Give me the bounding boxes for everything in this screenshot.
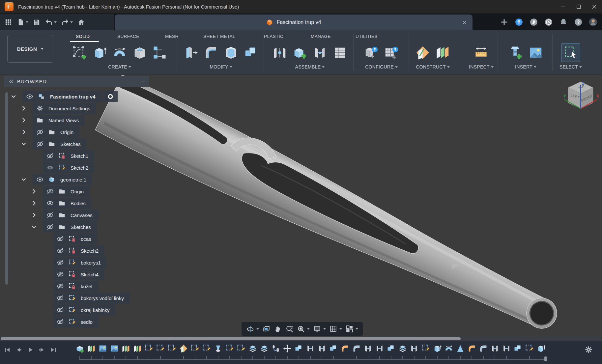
chevron-down-icon[interactable] [323,328,326,330]
timeline-feature-joint-icon[interactable] [375,344,384,353]
timeline-feature-sketch-icon[interactable] [237,344,246,353]
browser-row-okraj-kabinky[interactable]: okraj kabinky [0,304,116,316]
playback-go-end-button[interactable] [49,345,58,354]
display-icon[interactable] [313,325,321,333]
bom-table-button[interactable] [330,43,350,62]
timeline-feature-split-icon[interactable] [260,344,269,353]
timeline-feature-sketch-icon[interactable] [190,344,200,353]
browser-row-sketches[interactable]: Sketches [0,221,97,233]
orbit-tool[interactable] [246,325,259,333]
visibility-eye-off-icon[interactable] [34,126,46,138]
browser-scrollbar[interactable] [5,92,8,285]
browser-item[interactable]: ocas [53,233,97,244]
look-at-tool[interactable] [262,325,271,333]
browser-row-document-settings[interactable]: Document Settings [0,103,96,114]
chevron-down-icon[interactable] [19,138,29,150]
plane-at-angle-button[interactable] [413,43,432,62]
chevron-right-icon[interactable] [19,115,29,126]
timeline-feature-sketch-icon[interactable] [525,344,534,353]
group-label-modify[interactable]: MODIFY [210,64,232,70]
browser-item[interactable]: Sketch2 [43,162,94,173]
browser-item[interactable]: kužel [53,281,98,292]
visibility-eye-off-icon[interactable] [54,245,66,256]
viewport-hscrollbar-handle[interactable] [1,337,461,340]
maximize-button[interactable] [571,0,587,13]
document-tab-close-icon[interactable] [461,19,468,26]
fit-tool[interactable] [297,325,310,333]
look-at-icon[interactable] [262,325,271,333]
chevron-down-icon[interactable] [356,328,358,330]
browser-item[interactable]: bokorys1 [53,257,107,268]
offset-plane-button[interactable] [433,43,452,62]
chevron-down-icon[interactable] [339,328,342,330]
visibility-eye-off-icon[interactable] [54,316,66,327]
add-tab-icon[interactable] [500,18,508,26]
visibility-eye-off-icon[interactable] [54,257,66,268]
job-status-icon[interactable] [515,18,523,26]
chevron-down-icon[interactable] [19,174,29,185]
chevron-down-icon[interactable] [256,328,259,330]
browser-item[interactable]: Named Views [33,115,85,126]
display-tool[interactable] [313,325,326,333]
visibility-eye-off-icon[interactable] [54,304,66,316]
insert-fastener-button[interactable] [506,43,525,62]
browser-panel-header[interactable]: BROWSER [4,76,149,87]
visibility-eye-off-icon[interactable] [34,138,46,150]
visibility-eye-icon[interactable] [24,91,36,102]
browser-item[interactable]: Fascination trup v4 [22,91,101,102]
timeline-feature-combine-icon[interactable] [294,344,303,353]
group-label-insert[interactable]: INSERT [515,64,536,70]
browser-item[interactable]: Sketch1 [43,150,94,161]
browser-item[interactable]: Document Settings [33,103,96,114]
minimize-button[interactable] [556,0,571,13]
minimize-panel-icon[interactable] [140,78,146,84]
browser-row-bokorys1[interactable]: bokorys1 [0,257,107,268]
browser-item[interactable]: Bodies [43,198,92,209]
browser-row-sketch4[interactable]: Sketch4 [0,269,104,280]
timeline-feature-combine-icon[interactable] [513,344,523,353]
browser-row-sketch2[interactable]: Sketch2 [0,245,104,256]
chevron-right-icon[interactable] [29,210,39,221]
visibility-eye-off-icon[interactable] [54,281,66,292]
browser-item[interactable]: Origin [43,186,90,197]
visibility-eye-icon[interactable] [44,198,56,209]
viewport-hscrollbar-track[interactable] [0,337,602,341]
timeline-feature-extrude-icon[interactable] [536,344,546,353]
timeline-feature-combine-icon[interactable] [329,344,338,353]
configuration-table-button[interactable] [382,43,401,62]
user-avatar[interactable] [589,18,597,26]
browser-item[interactable]: ⚓geometrie:1 [33,174,92,185]
browser-row-canvases[interactable]: Canvases [0,210,99,221]
browser-row-ocas[interactable]: ocas [0,233,97,244]
browser-row-sketches[interactable]: Sketches [0,138,87,150]
timeline-feature-plane-angle-icon[interactable] [179,344,188,353]
ribbon-tab-sheet-metal[interactable]: SHEET METAL [203,32,235,40]
joint-button[interactable] [310,43,330,62]
group-label-construct[interactable]: CONSTRUCT [416,64,450,70]
timeline-feature-extrude-icon[interactable] [433,344,442,353]
playback-go-start-button[interactable] [3,345,12,354]
browser-row-geometrie-1[interactable]: ⚓geometrie:1 [0,174,92,185]
ribbon-tab-plastic[interactable]: PLASTIC [264,32,283,40]
browser-row-sketch1[interactable]: Sketch1 [0,150,94,161]
grid-tool[interactable] [329,325,342,333]
viewports-icon[interactable] [345,325,354,333]
timeline-feature-fillet-grey-icon[interactable] [479,344,488,353]
joint-origin-button[interactable] [270,43,289,62]
visibility-eye-off-icon[interactable] [44,210,56,221]
insert-canvas-button[interactable] [526,43,545,62]
timeline-feature-fillet-orange-icon[interactable] [340,344,350,353]
timeline-position-marker[interactable] [544,356,547,361]
chevron-right-icon[interactable] [19,103,29,114]
select-window-button[interactable] [561,43,580,62]
combine-button[interactable] [242,43,261,62]
visibility-eye-off-icon[interactable] [44,186,56,197]
timeline-feature-pipe-icon[interactable] [271,344,280,353]
timeline-feature-loft-icon[interactable] [214,344,223,353]
timeline-feature-split-icon[interactable] [248,344,257,353]
browser-item[interactable]: Sketches [43,221,97,233]
activate-component-radio[interactable] [103,91,118,102]
timeline-feature-canvas-icon[interactable] [110,344,119,353]
browser-item[interactable]: Sketch2 [53,245,104,256]
playback-play-button[interactable] [26,345,35,354]
